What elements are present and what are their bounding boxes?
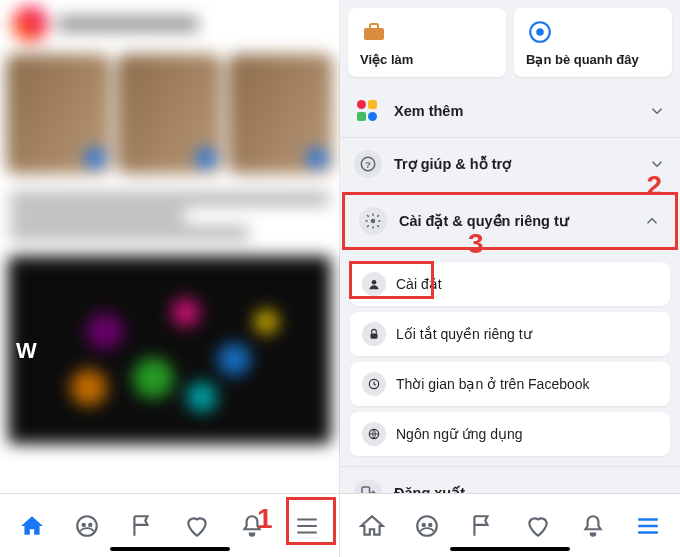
briefcase-icon (360, 18, 388, 46)
annotation-box-3 (349, 261, 434, 299)
annotation-box-1 (286, 497, 336, 545)
row-see-more[interactable]: Xem thêm (340, 85, 680, 137)
svg-point-16 (422, 522, 426, 526)
card-jobs[interactable]: Việc làm (348, 8, 506, 77)
tab-flag[interactable] (114, 504, 169, 548)
svg-point-15 (417, 516, 437, 536)
svg-point-17 (428, 522, 432, 526)
svg-rect-4 (370, 24, 378, 29)
home-icon (359, 513, 385, 539)
svg-rect-11 (371, 333, 378, 338)
card-jobs-label: Việc làm (360, 52, 494, 67)
svg-text:?: ? (365, 159, 371, 170)
sub-time-label: Thời gian bạn ở trên Facebook (396, 376, 590, 392)
row-settings-privacy-label: Cài đặt & quyền riêng tư (399, 213, 631, 229)
annotation-number-3: 3 (468, 228, 484, 260)
friends-nearby-icon (526, 18, 554, 46)
settings-privacy-sublist: Cài đặt 3 Lối tắt quyền riêng tư Thời gi… (340, 252, 680, 466)
tab-groups[interactable] (59, 504, 114, 548)
flag-icon (129, 513, 155, 539)
home-icon (19, 513, 45, 539)
tab-flag-r[interactable] (455, 504, 510, 548)
card-friends-nearby-label: Bạn bè quanh đây (526, 52, 660, 67)
hamburger-icon (635, 513, 661, 539)
bell-icon (580, 513, 606, 539)
heart-icon (525, 513, 551, 539)
card-friends-nearby[interactable]: Bạn bè quanh đây (514, 8, 672, 77)
watermark-logo: W (16, 338, 37, 364)
sub-privacy-shortcuts[interactable]: Lối tắt quyền riêng tư (350, 312, 670, 356)
svg-point-1 (81, 522, 85, 526)
blurred-feed-background (0, 0, 339, 493)
lock-icon (362, 322, 386, 346)
right-panel: Việc làm Bạn bè quanh đây Xem thêm (340, 0, 680, 557)
row-see-more-label: Xem thêm (394, 103, 636, 119)
svg-point-2 (88, 522, 92, 526)
row-settings-privacy[interactable]: Cài đặt & quyền riêng tư (342, 192, 678, 250)
globe-icon (362, 422, 386, 446)
left-panel: W 1 (0, 0, 340, 557)
sub-app-language[interactable]: Ngôn ngữ ứng dụng (350, 412, 670, 456)
row-help[interactable]: ? Trợ giúp & hỗ trợ (340, 137, 680, 190)
annotation-number-1: 1 (257, 503, 273, 535)
tab-home-r[interactable] (344, 504, 399, 548)
clock-icon (362, 372, 386, 396)
svg-point-0 (77, 516, 97, 536)
gear-icon (359, 207, 387, 235)
tab-like[interactable] (170, 504, 225, 548)
sub-privacy-shortcuts-label: Lối tắt quyền riêng tư (396, 326, 532, 342)
row-help-label: Trợ giúp & hỗ trợ (394, 156, 636, 172)
tab-notifications-r[interactable] (565, 504, 620, 548)
flag-icon (469, 513, 495, 539)
groups-icon (74, 513, 100, 539)
tab-menu-r[interactable] (621, 504, 676, 548)
see-more-icon (357, 100, 379, 122)
heart-icon (184, 513, 210, 539)
tab-groups-r[interactable] (399, 504, 454, 548)
home-indicator-r (450, 547, 570, 551)
svg-point-6 (536, 28, 544, 36)
sub-time-on-facebook[interactable]: Thời gian bạn ở trên Facebook (350, 362, 670, 406)
chevron-down-icon (648, 102, 666, 120)
svg-point-9 (371, 219, 376, 224)
tab-like-r[interactable] (510, 504, 565, 548)
sub-settings[interactable]: Cài đặt (350, 262, 670, 306)
home-indicator (110, 547, 230, 551)
sub-language-label: Ngôn ngữ ứng dụng (396, 426, 523, 442)
groups-icon (414, 513, 440, 539)
chevron-up-icon (643, 212, 661, 230)
help-icon: ? (354, 150, 382, 178)
tab-home[interactable] (4, 504, 59, 548)
annotation-number-2: 2 (646, 170, 662, 202)
